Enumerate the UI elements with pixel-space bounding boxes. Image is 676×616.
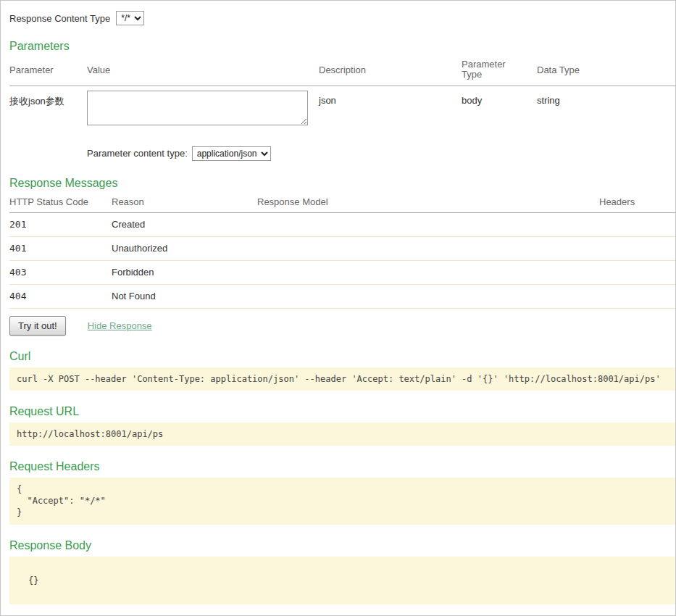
parameter-value-cell	[87, 86, 319, 130]
parameter-content-type-label: Parameter content type:	[87, 148, 188, 159]
request-headers-heading: Request Headers	[9, 460, 675, 473]
col-headers: Headers	[599, 194, 675, 213]
swagger-operation-content: Response Content Type */* Parameters Par…	[0, 0, 676, 616]
col-parameter-type: Parameter Type	[462, 57, 537, 86]
status-reason: Unauthorized	[112, 236, 257, 260]
parameter-description: json	[319, 86, 462, 130]
parameter-content-type-row: Parameter content type: application/json	[9, 130, 675, 162]
status-reason: Forbidden	[112, 260, 257, 284]
response-messages-heading: Response Messages	[9, 177, 675, 190]
col-parameter-type-label: Parameter Type	[462, 59, 514, 80]
request-url-heading: Request URL	[9, 405, 675, 418]
response-message-row: 403 Forbidden	[9, 260, 675, 284]
response-message-row: 401 Unauthorized	[9, 236, 675, 260]
status-code: 201	[9, 212, 112, 236]
status-reason: Not Found	[112, 284, 257, 308]
response-headers	[599, 260, 675, 284]
response-message-row: 404 Not Found	[9, 284, 675, 308]
status-code: 404	[9, 284, 112, 308]
hide-response-link[interactable]: Hide Response	[88, 320, 152, 331]
status-code: 401	[9, 236, 112, 260]
col-description: Description	[319, 57, 462, 86]
col-parameter: Parameter	[9, 57, 87, 86]
parameter-row: 接收json参数 json body string	[9, 86, 675, 130]
col-data-type: Data Type	[537, 57, 675, 86]
response-content-type-label: Response Content Type	[9, 13, 110, 24]
response-headers	[599, 212, 675, 236]
response-body-value: {}	[9, 557, 675, 604]
parameter-data-type: string	[537, 86, 675, 130]
status-code: 403	[9, 260, 112, 284]
parameter-value-textarea[interactable]	[87, 91, 308, 125]
response-headers	[599, 236, 675, 260]
try-it-out-button[interactable]: Try it out!	[9, 316, 66, 336]
curl-heading: Curl	[9, 350, 675, 363]
col-reason: Reason	[112, 194, 257, 213]
parameter-content-type-select[interactable]: application/json	[192, 146, 271, 161]
parameter-type: body	[462, 86, 537, 130]
col-value: Value	[87, 57, 319, 86]
response-messages-header-row: HTTP Status Code Reason Response Model H…	[9, 194, 675, 213]
parameters-table: Parameter Value Description Parameter Ty…	[9, 57, 675, 162]
request-url-value: http://localhost:8001/api/ps	[9, 423, 675, 446]
status-reason: Created	[112, 212, 257, 236]
response-content-type-row: Response Content Type */*	[9, 11, 675, 25]
response-content-type-select[interactable]: */*	[116, 11, 144, 25]
request-headers-value: { "Accept": "*/*" }	[9, 478, 675, 525]
response-model	[257, 260, 599, 284]
response-headers	[599, 284, 675, 308]
response-model	[257, 236, 599, 260]
response-messages-table: HTTP Status Code Reason Response Model H…	[9, 194, 675, 309]
response-model	[257, 212, 599, 236]
parameters-header-row: Parameter Value Description Parameter Ty…	[9, 57, 675, 86]
actions-row: Try it out! Hide Response	[9, 316, 675, 336]
parameters-heading: Parameters	[9, 40, 675, 53]
response-body-heading: Response Body	[9, 539, 675, 552]
response-message-row: 201 Created	[9, 212, 675, 236]
col-http-status-code: HTTP Status Code	[9, 194, 112, 213]
response-model	[257, 284, 599, 308]
curl-command: curl -X POST --header 'Content-Type: app…	[9, 367, 675, 391]
col-response-model: Response Model	[257, 194, 599, 213]
parameter-name: 接收json参数	[9, 86, 87, 130]
